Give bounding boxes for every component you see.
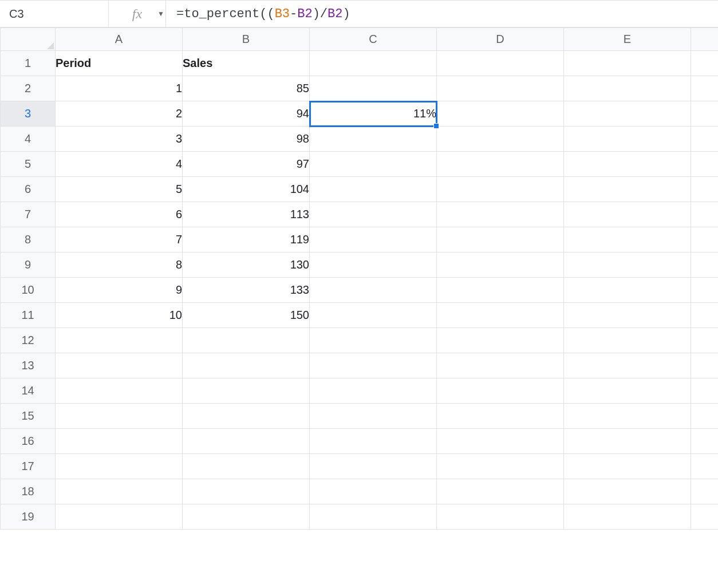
cell-A7[interactable]: 6 <box>56 202 183 227</box>
cell-overflow[interactable] <box>691 227 719 252</box>
cell-B4[interactable]: 98 <box>183 127 310 152</box>
cell-D2[interactable] <box>437 76 564 101</box>
cell-C2[interactable] <box>310 76 437 101</box>
cell-E10[interactable] <box>564 278 691 303</box>
row-header[interactable]: 14 <box>1 378 56 404</box>
cell-D12[interactable] <box>437 328 564 353</box>
col-header-E[interactable]: E <box>564 28 691 51</box>
cell-D15[interactable] <box>437 404 564 429</box>
cell-overflow[interactable] <box>691 328 719 353</box>
cell-E11[interactable] <box>564 303 691 328</box>
cell-D17[interactable] <box>437 454 564 479</box>
cell-E15[interactable] <box>564 404 691 429</box>
cell-C1[interactable] <box>310 51 437 76</box>
row-header[interactable]: 16 <box>1 429 56 454</box>
cell-A2[interactable]: 1 <box>56 76 183 101</box>
cell-C16[interactable] <box>310 429 437 454</box>
cell-A17[interactable] <box>56 454 183 479</box>
cell-A3[interactable]: 2 <box>56 101 183 127</box>
row-header[interactable]: 6 <box>1 177 56 202</box>
cell-E17[interactable] <box>564 454 691 479</box>
cell-D11[interactable] <box>437 303 564 328</box>
cell-E12[interactable] <box>564 328 691 353</box>
cell-overflow[interactable] <box>691 152 719 177</box>
row-header[interactable]: 10 <box>1 278 56 303</box>
cell-overflow[interactable] <box>691 127 719 152</box>
cell-A4[interactable]: 3 <box>56 127 183 152</box>
cell-overflow[interactable] <box>691 177 719 202</box>
cell-overflow[interactable] <box>691 479 719 504</box>
cell-A1[interactable]: Period <box>56 51 183 76</box>
cell-B16[interactable] <box>183 429 310 454</box>
cell-C10[interactable] <box>310 278 437 303</box>
row-header[interactable]: 15 <box>1 404 56 429</box>
name-box-dropdown-icon[interactable]: ▼ <box>155 7 167 20</box>
cell-A12[interactable] <box>56 328 183 353</box>
cell-E4[interactable] <box>564 127 691 152</box>
cell-C8[interactable] <box>310 227 437 252</box>
row-header[interactable]: 4 <box>1 127 56 152</box>
cell-C9[interactable] <box>310 252 437 278</box>
cell-B17[interactable] <box>183 454 310 479</box>
select-all-corner[interactable] <box>1 28 56 51</box>
row-header[interactable]: 2 <box>1 76 56 101</box>
cell-A8[interactable]: 7 <box>56 227 183 252</box>
name-box[interactable] <box>8 7 155 21</box>
cell-C4[interactable] <box>310 127 437 152</box>
cell-overflow[interactable] <box>691 202 719 227</box>
cell-D7[interactable] <box>437 202 564 227</box>
cell-overflow[interactable] <box>691 378 719 404</box>
cell-C19[interactable] <box>310 504 437 530</box>
cell-overflow[interactable] <box>691 252 719 278</box>
formula-input[interactable]: =to_percent((B3-B2)/B2) <box>166 1 718 27</box>
cell-A14[interactable] <box>56 378 183 404</box>
cell-B3[interactable]: 94 <box>183 101 310 127</box>
cell-D18[interactable] <box>437 479 564 504</box>
cell-E6[interactable] <box>564 177 691 202</box>
cell-overflow[interactable] <box>691 353 719 378</box>
cell-B18[interactable] <box>183 479 310 504</box>
row-header[interactable]: 1 <box>1 51 56 76</box>
cell-overflow[interactable] <box>691 404 719 429</box>
cell-D8[interactable] <box>437 227 564 252</box>
col-header-overflow[interactable] <box>691 28 719 51</box>
cell-E13[interactable] <box>564 353 691 378</box>
cell-C15[interactable] <box>310 404 437 429</box>
col-header-C[interactable]: C <box>310 28 437 51</box>
cell-C7[interactable] <box>310 202 437 227</box>
cell-C5[interactable] <box>310 152 437 177</box>
cell-A19[interactable] <box>56 504 183 530</box>
cell-A13[interactable] <box>56 353 183 378</box>
row-header[interactable]: 9 <box>1 252 56 278</box>
row-header[interactable]: 5 <box>1 152 56 177</box>
cell-B12[interactable] <box>183 328 310 353</box>
row-header[interactable]: 19 <box>1 504 56 530</box>
row-header[interactable]: 17 <box>1 454 56 479</box>
cell-B7[interactable]: 113 <box>183 202 310 227</box>
cell-A18[interactable] <box>56 479 183 504</box>
cell-B19[interactable] <box>183 504 310 530</box>
cell-C11[interactable] <box>310 303 437 328</box>
cell-B15[interactable] <box>183 404 310 429</box>
cell-B11[interactable]: 150 <box>183 303 310 328</box>
cell-A6[interactable]: 5 <box>56 177 183 202</box>
cell-A11[interactable]: 10 <box>56 303 183 328</box>
cell-E18[interactable] <box>564 479 691 504</box>
cell-B9[interactable]: 130 <box>183 252 310 278</box>
cell-C14[interactable] <box>310 378 437 404</box>
cell-B2[interactable]: 85 <box>183 76 310 101</box>
cell-overflow[interactable] <box>691 303 719 328</box>
spreadsheet-grid[interactable]: A B C D E 1PeriodSales2185329411%4398549… <box>0 27 718 530</box>
cell-A9[interactable]: 8 <box>56 252 183 278</box>
cell-B13[interactable] <box>183 353 310 378</box>
cell-C12[interactable] <box>310 328 437 353</box>
cell-D4[interactable] <box>437 127 564 152</box>
cell-D10[interactable] <box>437 278 564 303</box>
row-header[interactable]: 7 <box>1 202 56 227</box>
cell-C13[interactable] <box>310 353 437 378</box>
col-header-A[interactable]: A <box>56 28 183 51</box>
cell-overflow[interactable] <box>691 51 719 76</box>
cell-D13[interactable] <box>437 353 564 378</box>
cell-D9[interactable] <box>437 252 564 278</box>
cell-E3[interactable] <box>564 101 691 127</box>
